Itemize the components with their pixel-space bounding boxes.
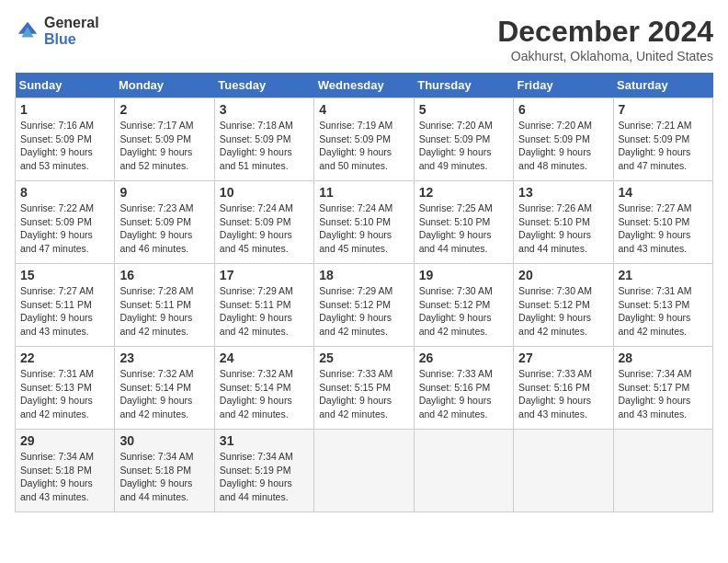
- header-day-monday: Monday: [115, 73, 214, 98]
- week-row-4: 22 Sunrise: 7:31 AMSunset: 5:13 PMDaylig…: [16, 347, 713, 430]
- calendar-cell: 4 Sunrise: 7:19 AMSunset: 5:09 PMDayligh…: [314, 98, 414, 181]
- day-info: Sunrise: 7:20 AMSunset: 5:09 PMDaylight:…: [518, 119, 608, 173]
- day-info: Sunrise: 7:29 AMSunset: 5:12 PMDaylight:…: [319, 284, 408, 339]
- calendar-cell: 1 Sunrise: 7:16 AMSunset: 5:09 PMDayligh…: [16, 98, 115, 181]
- logo-text: General Blue: [44, 15, 99, 47]
- day-number: 2: [119, 102, 209, 117]
- calendar-cell: 30 Sunrise: 7:34 AMSunset: 5:18 PMDaylig…: [115, 430, 214, 512]
- header-day-tuesday: Tuesday: [214, 73, 313, 98]
- day-info: Sunrise: 7:24 AMSunset: 5:10 PMDaylight:…: [319, 201, 408, 256]
- day-info: Sunrise: 7:19 AMSunset: 5:09 PMDaylight:…: [319, 119, 408, 173]
- day-info: Sunrise: 7:28 AMSunset: 5:11 PMDaylight:…: [119, 284, 209, 339]
- calendar-cell: 28 Sunrise: 7:34 AMSunset: 5:17 PMDaylig…: [613, 347, 712, 430]
- day-number: 5: [419, 102, 508, 117]
- calendar-cell: 13 Sunrise: 7:26 AMSunset: 5:10 PMDaylig…: [514, 181, 613, 264]
- day-number: 1: [20, 102, 109, 117]
- header-day-saturday: Saturday: [613, 73, 712, 98]
- calendar-cell: 31 Sunrise: 7:34 AMSunset: 5:19 PMDaylig…: [214, 430, 313, 512]
- day-number: 20: [518, 268, 608, 282]
- calendar-cell: [314, 430, 414, 512]
- day-number: 9: [119, 185, 209, 200]
- calendar-cell: 10 Sunrise: 7:24 AMSunset: 5:09 PMDaylig…: [214, 181, 313, 264]
- day-info: Sunrise: 7:33 AMSunset: 5:15 PMDaylight:…: [319, 367, 408, 421]
- calendar-title: December 2024: [497, 15, 713, 49]
- day-number: 25: [319, 350, 408, 365]
- calendar-cell: [414, 430, 513, 512]
- day-number: 27: [518, 350, 608, 365]
- day-info: Sunrise: 7:26 AMSunset: 5:10 PMDaylight:…: [518, 201, 608, 256]
- calendar-cell: 3 Sunrise: 7:18 AMSunset: 5:09 PMDayligh…: [214, 98, 313, 181]
- day-info: Sunrise: 7:31 AMSunset: 5:13 PMDaylight:…: [619, 284, 708, 339]
- day-info: Sunrise: 7:30 AMSunset: 5:12 PMDaylight:…: [518, 284, 608, 339]
- calendar-table: SundayMondayTuesdayWednesdayThursdayFrid…: [15, 73, 713, 512]
- calendar-cell: 23 Sunrise: 7:32 AMSunset: 5:14 PMDaylig…: [115, 347, 214, 430]
- day-number: 26: [419, 350, 508, 365]
- logo-icon: [15, 18, 40, 44]
- calendar-cell: 11 Sunrise: 7:24 AMSunset: 5:10 PMDaylig…: [314, 181, 414, 264]
- header-day-wednesday: Wednesday: [314, 73, 414, 98]
- day-info: Sunrise: 7:31 AMSunset: 5:13 PMDaylight:…: [20, 367, 109, 421]
- week-row-2: 8 Sunrise: 7:22 AMSunset: 5:09 PMDayligh…: [16, 181, 713, 264]
- header-day-sunday: Sunday: [16, 73, 115, 98]
- calendar-cell: 29 Sunrise: 7:34 AMSunset: 5:18 PMDaylig…: [16, 430, 115, 512]
- calendar-cell: 9 Sunrise: 7:23 AMSunset: 5:09 PMDayligh…: [115, 181, 214, 264]
- day-info: Sunrise: 7:23 AMSunset: 5:09 PMDaylight:…: [119, 201, 209, 256]
- calendar-cell: 27 Sunrise: 7:33 AMSunset: 5:16 PMDaylig…: [514, 347, 613, 430]
- calendar-cell: 17 Sunrise: 7:29 AMSunset: 5:11 PMDaylig…: [214, 264, 313, 347]
- day-info: Sunrise: 7:24 AMSunset: 5:09 PMDaylight:…: [220, 201, 309, 256]
- calendar-cell: 5 Sunrise: 7:20 AMSunset: 5:09 PMDayligh…: [414, 98, 513, 181]
- calendar-cell: 14 Sunrise: 7:27 AMSunset: 5:10 PMDaylig…: [613, 181, 712, 264]
- day-number: 7: [619, 102, 708, 117]
- calendar-cell: 16 Sunrise: 7:28 AMSunset: 5:11 PMDaylig…: [115, 264, 214, 347]
- day-info: Sunrise: 7:32 AMSunset: 5:14 PMDaylight:…: [119, 367, 209, 421]
- logo-general: General: [44, 15, 99, 31]
- calendar-cell: [514, 430, 613, 512]
- calendar-header: SundayMondayTuesdayWednesdayThursdayFrid…: [16, 73, 713, 98]
- calendar-cell: 19 Sunrise: 7:30 AMSunset: 5:12 PMDaylig…: [414, 264, 513, 347]
- day-number: 24: [220, 350, 309, 365]
- calendar-cell: 26 Sunrise: 7:33 AMSunset: 5:16 PMDaylig…: [414, 347, 513, 430]
- calendar-cell: 18 Sunrise: 7:29 AMSunset: 5:12 PMDaylig…: [314, 264, 414, 347]
- calendar-cell: 24 Sunrise: 7:32 AMSunset: 5:14 PMDaylig…: [214, 347, 313, 430]
- day-info: Sunrise: 7:29 AMSunset: 5:11 PMDaylight:…: [220, 284, 309, 339]
- day-number: 18: [319, 268, 408, 282]
- day-info: Sunrise: 7:25 AMSunset: 5:10 PMDaylight:…: [419, 201, 508, 256]
- calendar-cell: 12 Sunrise: 7:25 AMSunset: 5:10 PMDaylig…: [414, 181, 513, 264]
- header-day-thursday: Thursday: [414, 73, 513, 98]
- day-number: 8: [20, 185, 109, 200]
- header-row: SundayMondayTuesdayWednesdayThursdayFrid…: [16, 73, 713, 98]
- day-number: 23: [119, 350, 209, 365]
- day-info: Sunrise: 7:34 AMSunset: 5:18 PMDaylight:…: [119, 450, 209, 504]
- header-day-friday: Friday: [514, 73, 613, 98]
- calendar-cell: 22 Sunrise: 7:31 AMSunset: 5:13 PMDaylig…: [16, 347, 115, 430]
- logo-blue: Blue: [44, 31, 99, 48]
- header: General Blue December 2024 Oakhurst, Okl…: [15, 15, 713, 63]
- day-info: Sunrise: 7:27 AMSunset: 5:10 PMDaylight:…: [619, 201, 708, 256]
- calendar-cell: 15 Sunrise: 7:27 AMSunset: 5:11 PMDaylig…: [16, 264, 115, 347]
- calendar-cell: 20 Sunrise: 7:30 AMSunset: 5:12 PMDaylig…: [514, 264, 613, 347]
- day-number: 21: [619, 268, 708, 282]
- day-number: 4: [319, 102, 408, 117]
- title-area: December 2024 Oakhurst, Oklahoma, United…: [497, 15, 713, 63]
- day-info: Sunrise: 7:34 AMSunset: 5:17 PMDaylight:…: [619, 367, 708, 421]
- day-number: 15: [20, 268, 109, 282]
- day-info: Sunrise: 7:33 AMSunset: 5:16 PMDaylight:…: [419, 367, 508, 421]
- day-number: 30: [119, 433, 209, 448]
- day-number: 29: [20, 433, 109, 448]
- day-number: 31: [220, 433, 309, 448]
- calendar-cell: 21 Sunrise: 7:31 AMSunset: 5:13 PMDaylig…: [613, 264, 712, 347]
- day-info: Sunrise: 7:17 AMSunset: 5:09 PMDaylight:…: [119, 119, 209, 173]
- calendar-cell: 8 Sunrise: 7:22 AMSunset: 5:09 PMDayligh…: [16, 181, 115, 264]
- day-info: Sunrise: 7:22 AMSunset: 5:09 PMDaylight:…: [20, 201, 109, 256]
- page-container: General Blue December 2024 Oakhurst, Okl…: [15, 15, 713, 512]
- calendar-cell: 2 Sunrise: 7:17 AMSunset: 5:09 PMDayligh…: [115, 98, 214, 181]
- calendar-body: 1 Sunrise: 7:16 AMSunset: 5:09 PMDayligh…: [16, 98, 713, 512]
- calendar-cell: 7 Sunrise: 7:21 AMSunset: 5:09 PMDayligh…: [613, 98, 712, 181]
- day-number: 13: [518, 185, 608, 200]
- calendar-cell: [613, 430, 712, 512]
- day-info: Sunrise: 7:21 AMSunset: 5:09 PMDaylight:…: [619, 119, 708, 173]
- day-info: Sunrise: 7:34 AMSunset: 5:18 PMDaylight:…: [20, 450, 109, 504]
- day-info: Sunrise: 7:33 AMSunset: 5:16 PMDaylight:…: [518, 367, 608, 421]
- day-number: 19: [419, 268, 508, 282]
- day-number: 3: [220, 102, 309, 117]
